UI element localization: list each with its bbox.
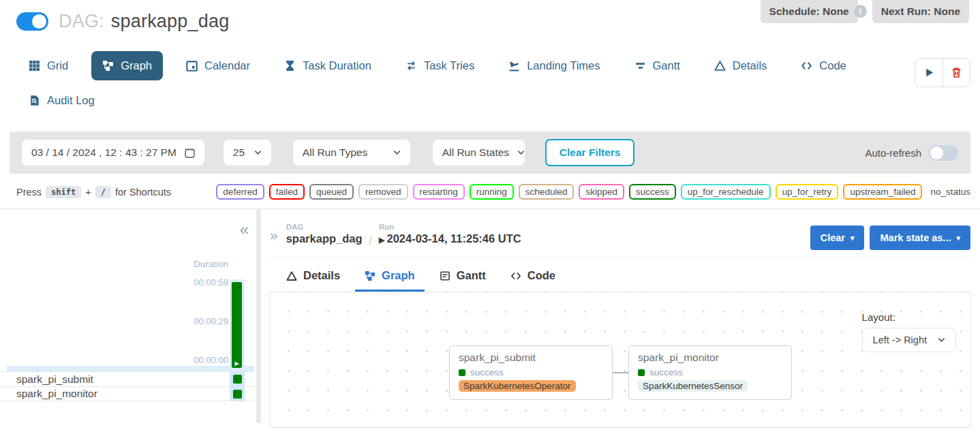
status-badge-success[interactable]: success [629,184,676,200]
base-date-input[interactable]: 03 / 14 / 2024 , 12 : 43 : 27 PM [22,140,204,166]
status-badge-up-for-retry[interactable]: up_for_retry [776,184,839,200]
status-badge-failed[interactable]: failed [269,184,305,200]
delete-dag-button[interactable] [943,59,970,87]
slash-key-badge: / [95,186,111,198]
breadcrumb-run[interactable]: Run ▶2024-03-14, 11:25:46 UTC [379,223,521,245]
run-types-select[interactable]: All Run Types [293,140,410,166]
crumb-value: ▶2024-03-14, 11:25:46 UTC [379,232,521,245]
button-label: Clear [821,232,845,243]
run-states-select[interactable]: All Run States [433,140,525,166]
node-title: spark_pi_submit [459,352,603,364]
tab-label: Graph [121,59,152,72]
task-list: spark_pi_submit spark_pi_monitor [0,371,254,401]
play-icon [923,67,935,78]
graph-icon [102,60,114,72]
dag-name: sparkapp_dag [111,11,230,31]
tab-label: Task Tries [424,59,474,72]
task-edge [613,372,628,373]
status-badge-skipped[interactable]: skipped [579,184,624,200]
clear-filters-button[interactable]: Clear Filters [545,139,635,166]
hint-text: + [85,187,91,198]
tab-code[interactable]: Code [790,51,857,80]
status-badge-scheduled[interactable]: scheduled [519,184,575,200]
status-badge-restarting[interactable]: restarting [413,184,465,200]
tab-label: Calendar [204,59,250,72]
run-detail-panel: » DAG sparkapp_dag / Run ▶2024-03-14, 11… [261,209,980,423]
tab-grid[interactable]: Grid [18,51,79,80]
page-size-value: 25 [233,146,245,159]
breadcrumb-dag[interactable]: DAG sparkapp_dag [286,223,363,245]
selected-run-strip [7,366,254,371]
info-icon[interactable]: i [854,5,867,18]
task-instance-cell[interactable] [230,387,245,401]
auto-refresh-control: Auto-refresh [865,145,958,161]
graph-canvas[interactable]: Layout: Left -> Right spark_pi_submit su… [270,292,970,428]
gantt-icon [634,60,646,72]
status-badge-removed[interactable]: removed [358,184,408,200]
dag-label: DAG: [59,11,104,31]
tab-landing-times[interactable]: Landing Times [497,51,611,80]
tab-label: Details [733,59,767,72]
node-title: spark_pi_monitor [638,352,782,364]
mark-state-button[interactable]: Mark state as...▾ [870,226,970,250]
tab-audit-log[interactable]: Audit Log [18,86,106,115]
tab-task-duration[interactable]: Task Duration [273,51,382,80]
chevron-down-icon [393,150,401,155]
task-name: spark_pi_submit [16,373,93,386]
duration-tick: 00:00:00 [194,355,228,365]
status-legend: deferred failed queued removed restartin… [216,184,970,200]
tab-task-tries[interactable]: Task Tries [395,51,485,80]
status-badge-queued[interactable]: queued [309,184,354,200]
tab-graph[interactable]: Graph [91,51,163,80]
page-size-select[interactable]: 25 [224,140,271,166]
caret-down-icon: ▾ [851,234,855,243]
chevron-down-icon [517,150,525,155]
chevron-down-icon [938,337,945,343]
operator-badge: SparkKubernetesOperator [459,380,576,392]
main-content: « Duration 00:00:59 00:00:29 00:00:00 ▶ … [0,209,980,423]
hint-text: Press [16,187,42,198]
dag-run-duration-bar[interactable]: ▶ [232,282,242,368]
run-tab-code[interactable]: Code [501,262,565,292]
layout-select[interactable]: Left -> Right [862,328,956,352]
triangle-icon [286,270,297,281]
expand-panel-icon[interactable]: » [270,227,278,243]
task-row-spark-pi-submit[interactable]: spark_pi_submit [0,371,254,386]
run-tab-details[interactable]: Details [277,262,350,292]
tab-label: Code [819,59,846,72]
tab-label: Gantt [653,59,680,72]
status-badge-running[interactable]: running [470,184,514,200]
dag-pause-toggle[interactable] [16,12,48,31]
panel-divider[interactable] [256,209,261,423]
clear-run-button[interactable]: Clear▾ [810,226,865,250]
graph-node-spark-pi-monitor[interactable]: spark_pi_monitor success SparkKubernetes… [628,345,792,400]
toggle-knob [32,14,46,29]
dag-run-column[interactable]: ▶ [230,279,245,371]
collapse-sidebar-icon[interactable]: « [240,221,249,238]
run-type-play-icon: ▶ [379,236,384,244]
grid-icon [29,60,40,72]
page-title: DAG:sparkapp_dag [59,11,229,32]
auto-refresh-toggle[interactable] [929,145,958,161]
tab-label: Graph [382,269,415,282]
status-badge-upstream-failed[interactable]: upstream_failed [843,184,922,200]
calendar-picker-icon[interactable] [185,148,195,158]
status-badge-deferred[interactable]: deferred [216,184,264,200]
run-tab-graph[interactable]: Graph [355,262,425,292]
tab-gantt[interactable]: Gantt [624,51,691,80]
graph-node-spark-pi-submit[interactable]: spark_pi_submit success SparkKubernetesO… [449,345,613,400]
run-tab-gantt[interactable]: Gantt [430,262,495,292]
tab-details[interactable]: Details [703,51,778,80]
task-status-square[interactable] [233,390,242,399]
layout-label: Layout: [862,311,956,323]
run-types-value: All Run Types [303,146,367,159]
trigger-dag-button[interactable] [915,59,943,87]
tab-calendar[interactable]: Calendar [175,51,261,80]
trash-icon [951,67,962,78]
task-status-square[interactable] [233,375,242,384]
status-badge-up-for-reschedule[interactable]: up_for_reschedule [681,184,771,200]
hourglass-icon [284,60,296,72]
task-instance-cell[interactable] [230,372,245,386]
schedule-badge: Schedule: None [761,0,858,23]
task-row-spark-pi-monitor[interactable]: spark_pi_monitor [0,386,254,401]
